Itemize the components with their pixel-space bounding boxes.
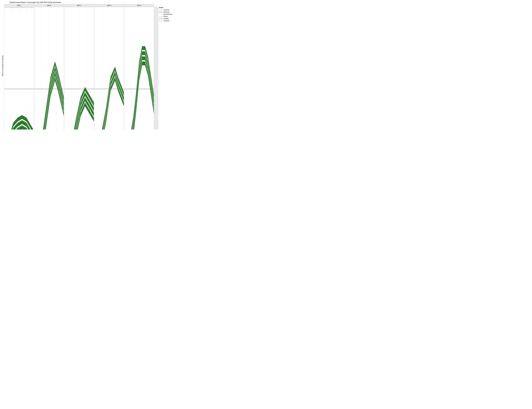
row-label-rcp26: RCP 2.6 — [154, 7, 158, 130]
col-header-ssp3: SSP 3 — [64, 4, 94, 7]
col-header-ssp1: SSP 1 — [4, 4, 34, 7]
legend-item-domestic: Domestic — [159, 9, 175, 11]
rows-area: 0 500 1000 1500 2000 — [4, 7, 158, 130]
facet-grid: SSP 1 SSP 2 SSP 3 SSP 4 SSP 5 — [4, 4, 158, 130]
legend-line-irrigation — [159, 19, 163, 19]
col-headers: SSP 1 SSP 2 SSP 3 SSP 4 SSP 5 — [4, 4, 158, 7]
legend-item-irrigation: Irrigation — [159, 18, 175, 19]
legend: sector Domestic Electricity Manufacturin… — [158, 4, 176, 130]
legend-line-domestic — [159, 10, 163, 10]
legend-label-electricity: Electricity — [163, 11, 170, 13]
grid-and-legend: SSP 1 SSP 2 SSP 3 SSP 4 SSP 5 — [4, 4, 176, 130]
legend-label-irrigation: Irrigation — [163, 18, 169, 19]
col-header-ssp4: SSP 4 — [94, 4, 124, 7]
col-header-ssp5: SSP 5 — [124, 4, 154, 7]
legend-title: sector — [159, 7, 175, 8]
legend-item-livestock: Livestock — [159, 20, 175, 21]
chart-title: Global Annual Water Consumption by SSP-R… — [10, 1, 176, 3]
cell-ssp1-rcp26: 0 500 1000 1500 2000 — [4, 7, 34, 130]
legend-item-electricity: Electricity — [159, 11, 175, 13]
legend-label-manufacturing: Manufacturing — [163, 13, 172, 15]
legend-line-mining — [159, 16, 163, 17]
cell-ssp5-rcp26 — [124, 7, 154, 130]
legend-line-livestock — [159, 21, 163, 21]
legend-label-livestock: Livestock — [163, 20, 169, 21]
legend-item-manufacturing: Manufacturing — [159, 13, 175, 15]
chart-container: Global Annual Water Consumption by SSP-R… — [0, 0, 177, 130]
cell-ssp2-rcp26 — [34, 7, 64, 130]
legend-item-mining: Mining — [159, 16, 175, 17]
y-axis-label: Water Consumption (km3/year) — [1, 4, 4, 128]
plot-area: SSP 1 SSP 2 SSP 3 SSP 4 SSP 5 — [4, 4, 176, 128]
row-label-rcp26-text: RCP 2.6 — [154, 7, 158, 130]
main-area: Water Consumption (km3/year) SSP 1 SSP 2… — [1, 4, 176, 128]
legend-label-domestic: Domestic — [163, 9, 169, 11]
facet-row-rcp26: 0 500 1000 1500 2000 — [4, 7, 158, 130]
legend-label-mining: Mining — [163, 16, 168, 17]
cell-ssp3-rcp26 — [64, 7, 94, 130]
legend-line-manufacturing — [159, 14, 163, 14]
legend-line-electricity — [159, 12, 163, 12]
col-header-ssp2: SSP 2 — [34, 4, 64, 7]
cell-ssp4-rcp26 — [94, 7, 124, 130]
